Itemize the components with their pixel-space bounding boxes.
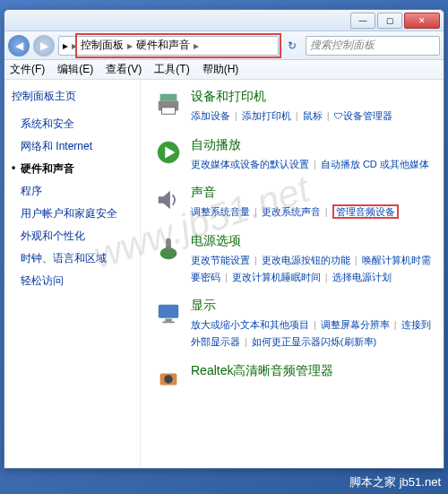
sound-icon [153, 185, 184, 215]
category-title[interactable]: 设备和打印机 [191, 89, 431, 105]
category: 设备和打印机添加设备|添加打印机|鼠标|🛡设备管理器 [153, 89, 431, 125]
link-divider: | [355, 255, 358, 265]
svg-point-12 [164, 375, 172, 383]
back-button[interactable]: ◀ [8, 35, 30, 56]
category-links: 更改节能设置|更改电源按钮的功能|唤醒计算机时需要密码|更改计算机睡眠时间|选择… [191, 252, 431, 285]
category-link[interactable]: 添加设备 [191, 110, 230, 121]
category: 声音调整系统音量|更改系统声音|管理音频设备 [153, 185, 431, 221]
play-icon [153, 137, 184, 168]
category-title[interactable]: 自动播放 [191, 137, 431, 153]
category-links: 添加设备|添加打印机|鼠标|🛡设备管理器 [191, 108, 431, 125]
control-panel-window: — ▢ ✕ ◀ ▶ ▸ ▸ 控制面板 ▸ 硬件和声音 ▸ ↻ 搜索控制面板 文件… [4, 9, 444, 469]
category-link[interactable]: 添加打印机 [242, 110, 291, 121]
link-divider: | [325, 206, 328, 217]
svg-rect-2 [162, 108, 176, 115]
link-divider: | [325, 272, 328, 282]
category-link[interactable]: 选择电源计划 [332, 272, 392, 282]
link-divider: | [296, 110, 298, 121]
category-title[interactable]: Realtek高清晰音频管理器 [191, 363, 431, 379]
svg-marker-5 [159, 191, 170, 210]
menu-item[interactable]: 工具(T) [154, 62, 189, 77]
breadcrumb-item[interactable]: 控制面板 [81, 38, 124, 53]
link-divider: | [394, 319, 397, 330]
link-divider: | [235, 110, 237, 121]
category: 显示放大或缩小文本和其他项目|调整屏幕分辨率|连接到外部显示器|如何更正显示器闪… [153, 298, 431, 350]
footer-credit: 脚本之家 jb51.net [349, 474, 441, 490]
sidebar-item[interactable]: 轻松访问 [12, 270, 133, 292]
navbar: ◀ ▶ ▸ ▸ 控制面板 ▸ 硬件和声音 ▸ ↻ 搜索控制面板 [4, 31, 444, 60]
menubar: 文件(F)编辑(E)查看(V)工具(T)帮助(H) [4, 60, 444, 80]
category-link[interactable]: 自动播放 CD 或其他媒体 [321, 159, 429, 169]
category-link[interactable]: 放大或缩小文本和其他项目 [191, 319, 309, 330]
category-link[interactable]: 🛡设备管理器 [334, 110, 392, 121]
sidebar-item[interactable]: 用户帐户和家庭安全 [12, 203, 133, 225]
category: Realtek高清晰音频管理器 [153, 363, 431, 394]
search-placeholder: 搜索控制面板 [310, 38, 375, 53]
sidebar-item[interactable]: 系统和安全 [12, 113, 133, 135]
sidebar-item[interactable]: 网络和 Internet [12, 135, 133, 158]
category-link[interactable]: 更改媒体或设备的默认设置 [191, 159, 309, 169]
svg-rect-8 [159, 305, 179, 318]
category-title[interactable]: 声音 [191, 185, 431, 201]
category-link[interactable]: 鼠标 [303, 110, 323, 121]
forward-button[interactable]: ▶ [33, 35, 55, 56]
content: 控制面板主页 系统和安全网络和 Internet硬件和声音程序用户帐户和家庭安全… [4, 80, 444, 468]
maximize-button[interactable]: ▢ [377, 13, 402, 29]
category: 自动播放更改媒体或设备的默认设置|自动播放 CD 或其他媒体 [153, 137, 431, 173]
display-icon [153, 298, 184, 328]
category-link[interactable]: 更改电源按钮的功能 [262, 255, 350, 265]
breadcrumb-sep: ▸ [127, 39, 133, 52]
breadcrumb-item[interactable]: 硬件和声音 [136, 38, 190, 53]
sidebar-item[interactable]: 时钟、语言和区域 [12, 247, 133, 270]
sidebar-item[interactable]: 硬件和声音 [12, 158, 133, 180]
category-title[interactable]: 显示 [191, 298, 431, 314]
sidebar-heading[interactable]: 控制面板主页 [12, 89, 133, 104]
category-link[interactable]: 调整屏幕分辨率 [321, 319, 390, 330]
titlebar: — ▢ ✕ [4, 10, 444, 31]
search-input[interactable]: 搜索控制面板 [306, 36, 440, 56]
shield-icon: 🛡 [334, 111, 343, 121]
breadcrumb[interactable]: ▸ ▸ 控制面板 ▸ 硬件和声音 ▸ [58, 36, 279, 56]
category-link[interactable]: 调整系统音量 [191, 206, 250, 217]
sidebar-item[interactable]: 程序 [12, 180, 133, 203]
power-icon [153, 233, 184, 264]
link-divider: | [327, 110, 330, 121]
category-link[interactable]: 管理音频设备 [332, 204, 399, 219]
realtek-icon [153, 363, 184, 394]
breadcrumb-root-icon: ▸ [63, 39, 68, 52]
minimize-button[interactable]: — [350, 13, 375, 29]
breadcrumb-sep: ▸ [72, 39, 77, 52]
svg-rect-9 [165, 319, 172, 322]
category-links: 更改媒体或设备的默认设置|自动播放 CD 或其他媒体 [191, 156, 431, 173]
link-divider: | [314, 319, 316, 330]
category-links: 放大或缩小文本和其他项目|调整屏幕分辨率|连接到外部显示器|如何更正显示器闪烁(… [191, 316, 431, 350]
menu-item[interactable]: 帮助(H) [202, 62, 239, 77]
link-divider: | [225, 272, 228, 282]
category-link[interactable]: 更改系统声音 [262, 206, 321, 217]
menu-item[interactable]: 查看(V) [106, 62, 142, 77]
menu-item[interactable]: 编辑(E) [57, 62, 93, 77]
link-divider: | [254, 255, 257, 265]
refresh-button[interactable]: ↻ [282, 36, 302, 56]
printer-icon [153, 89, 184, 119]
category-link[interactable]: 如何更正显示器闪烁(刷新率) [252, 336, 376, 347]
link-divider: | [245, 336, 247, 347]
svg-rect-0 [160, 94, 177, 101]
category-link[interactable]: 更改计算机睡眠时间 [232, 272, 321, 282]
link-divider: | [254, 206, 257, 217]
category-title[interactable]: 电源选项 [191, 233, 431, 249]
breadcrumb-sep: ▸ [194, 39, 199, 52]
menu-item[interactable]: 文件(F) [10, 62, 45, 77]
main-panel: 设备和打印机添加设备|添加打印机|鼠标|🛡设备管理器自动播放更改媒体或设备的默认… [141, 80, 444, 468]
category: 电源选项更改节能设置|更改电源按钮的功能|唤醒计算机时需要密码|更改计算机睡眠时… [153, 233, 431, 285]
category-link[interactable]: 更改节能设置 [191, 255, 250, 265]
close-button[interactable]: ✕ [404, 13, 440, 29]
sidebar: 控制面板主页 系统和安全网络和 Internet硬件和声音程序用户帐户和家庭安全… [4, 80, 141, 468]
link-divider: | [314, 159, 316, 169]
category-links: 调整系统音量|更改系统声音|管理音频设备 [191, 204, 431, 221]
svg-rect-7 [166, 238, 171, 250]
svg-rect-10 [162, 322, 174, 324]
sidebar-item[interactable]: 外观和个性化 [12, 225, 133, 247]
